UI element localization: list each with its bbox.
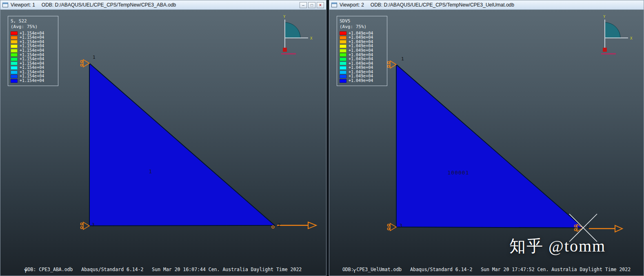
node-label-3: 3 [92,222,95,227]
triad-y-label: Y [283,15,286,19]
node-label-1: 1 [93,55,95,60]
legend-swatch [11,57,18,61]
viewport-icon [2,2,8,7]
triad-sector [605,22,620,38]
legend-swatch [11,66,18,70]
zhihu-watermark: 知乎 @tomm [509,235,606,257]
legend-swatch [340,62,346,65]
legend-swatch [340,49,346,53]
load-arrow-icon [277,222,316,229]
legend-swatch [11,49,18,53]
legend-swatch [340,66,346,70]
contour-legend: SDV5 (Avg: 75%) +1.049e+04 +1.049e+04 +1… [337,16,387,86]
view-triad: Y X [601,14,635,56]
triad-origin-marker [603,48,607,52]
abaqus-workspace: Viewport: 1 ODB: D:/ABAQUS/UEL/CPE_CPS/T… [0,0,644,276]
minimize-button[interactable]: – [300,2,307,8]
viewport-title: Viewport: 1 [11,2,35,8]
legend-swatch [340,71,346,74]
legend-swatch [340,75,346,78]
node-2-marker-icon [272,226,274,228]
triad-origin-marker [283,48,287,52]
legend-title: S, S22 [11,18,56,24]
legend-value: +1.049e+04 [349,78,373,84]
triad-x-label: X [630,36,633,40]
legend-swatch [340,44,346,48]
triad-sector [285,22,300,38]
legend-swatch [11,44,18,48]
legend-swatch [11,71,18,74]
legend-value: +1.154e+04 [20,78,44,84]
legend-title: SDV5 [340,18,385,24]
element-label: 100001 [448,170,469,176]
legend-subtitle: (Avg: 75%) [11,24,56,30]
contour-legend: S, S22 (Avg: 75%) +1.154e+04 +1.154e+04 … [8,16,58,86]
viewport-icon [331,2,337,7]
view-triad: Y X [281,14,315,56]
node-label-1: 1 [401,56,404,62]
node-label-2: 2 [278,223,281,228]
legend-rows: +1.049e+04 +1.049e+04 +1.049e+04 +1.049e… [340,31,385,83]
legend-swatch [340,53,346,57]
viewport-1-titlebar[interactable]: Viewport: 1 ODB: D:/ABAQUS/UEL/CPE_CPS/T… [0,0,326,10]
global-axis-y-label: Y [24,268,27,274]
triad-x-label: X [310,36,313,40]
viewport-window-1[interactable]: Viewport: 1 ODB: D:/ABAQUS/UEL/CPE_CPS/T… [0,0,326,276]
bc-symbol-node-1-icon [80,60,89,67]
legend-row: +1.154e+04 [11,79,56,83]
viewport-2-titlebar[interactable]: Viewport: 2 ODB: D:/ABAQUS/UEL/CPE_CPS/T… [329,0,644,10]
legend-swatch [11,75,18,78]
legend-swatch [11,31,18,35]
global-axis-y-label: Y [353,268,356,274]
triad-y-label: Y [603,15,606,19]
element-label: 1 [149,168,153,174]
legend-swatch [11,79,18,83]
legend-subtitle: (Avg: 75%) [340,24,385,30]
viewport-title: Viewport: 2 [340,2,364,8]
node-label-2: 2 [586,224,589,229]
legend-swatch [340,36,346,40]
viewport-odb-path: ODB: D:/ABAQUS/UEL/CPE_CPS/TempNew/CPE3_… [371,2,514,8]
viewport-1-canvas: 1 2 3 1 S, S22 (Avg: 75%) +1.154e+04 +1.… [0,10,326,276]
legend-rows: +1.154e+04 +1.154e+04 +1.154e+04 +1.154e… [11,31,56,83]
node-label-3: 3 [400,223,402,228]
odb-status-line: ODB: CPE3_ABA.odb Abaqus/Standard 6.14-2… [0,267,326,272]
legend-swatch [340,57,346,61]
load-arrow-icon [589,225,622,232]
close-button[interactable]: × [317,2,324,8]
odb-status-line: ODB: CPE3_UelUmat.odb Abaqus/Standard 6.… [329,267,644,272]
legend-row: +1.049e+04 [340,79,385,83]
cpe3-element[interactable] [396,64,583,228]
bc-symbol-node-1-icon [387,61,396,68]
legend-swatch [11,62,18,65]
viewport-odb-path: ODB: D:/ABAQUS/UEL/CPE_CPS/TempNew/CPE3_… [42,2,176,8]
legend-swatch [340,40,346,44]
legend-swatch [11,36,18,40]
legend-swatch [11,40,18,44]
bc-symbol-node-3-icon [80,222,89,230]
cpe3-element[interactable] [89,63,275,226]
legend-swatch [11,53,18,57]
window-controls: – □ × [298,2,324,8]
legend-swatch [340,79,346,83]
maximize-button[interactable]: □ [308,2,315,8]
legend-swatch [340,31,346,35]
bc-symbol-node-3-icon [387,223,396,231]
